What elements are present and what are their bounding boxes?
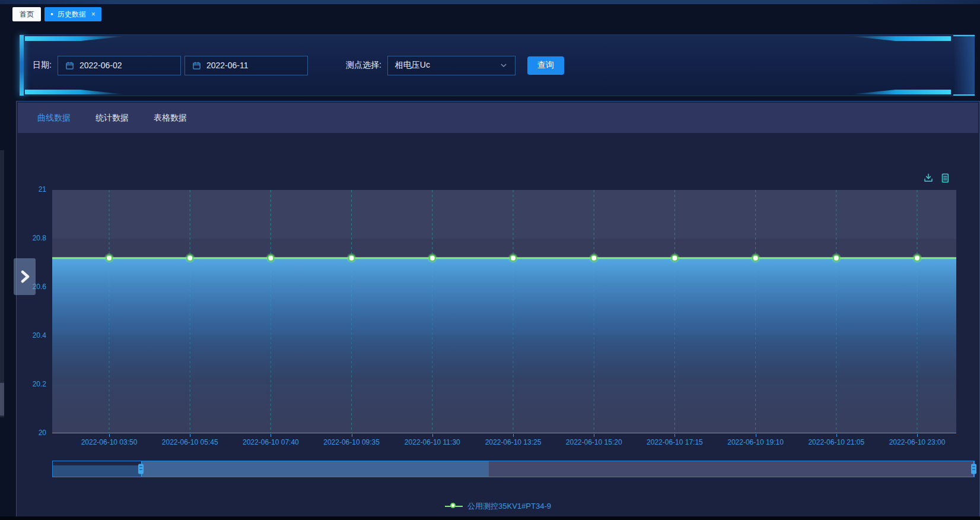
drawer-toggle[interactable] bbox=[14, 258, 36, 295]
y-axis-label: 20.2 bbox=[18, 380, 46, 388]
close-icon[interactable]: × bbox=[91, 10, 96, 18]
query-button[interactable]: 查询 bbox=[527, 56, 564, 75]
tab-stats-data[interactable]: 统计数据 bbox=[96, 113, 129, 123]
legend-dot bbox=[450, 503, 456, 508]
chart-toolbox bbox=[923, 173, 950, 183]
y-axis-label: 21 bbox=[18, 185, 46, 194]
screen: 首页 ● 历史数据 × 日期: 2022-06-02 bbox=[0, 0, 980, 520]
x-axis-label: 2022-06-10 11:30 bbox=[405, 438, 460, 446]
datazoom-left-region bbox=[53, 461, 141, 477]
tab-home[interactable]: 首页 bbox=[12, 7, 41, 21]
datazoom-right-handle[interactable] bbox=[971, 464, 976, 474]
chart-canvas bbox=[52, 190, 956, 433]
datazoom-right-region bbox=[489, 461, 974, 477]
point-select[interactable]: 相电压Uc bbox=[387, 56, 516, 75]
content-tab-row: 曲线数据 统计数据 表格数据 bbox=[18, 103, 978, 133]
filter-form: 日期: 2022-06-02 2022-06-11 bbox=[20, 35, 975, 96]
data-point bbox=[187, 255, 193, 261]
y-axis-label: 20 bbox=[18, 429, 46, 437]
download-icon[interactable] bbox=[923, 173, 934, 183]
filter-panel: 日期: 2022-06-02 2022-06-11 bbox=[20, 34, 975, 96]
series-area bbox=[52, 258, 956, 433]
date-end-value: 2022-06-11 bbox=[206, 61, 249, 70]
x-axis-label: 2022-06-10 05:45 bbox=[162, 438, 218, 446]
x-axis-tick bbox=[674, 434, 675, 437]
x-axis-tick bbox=[594, 434, 594, 437]
chevron-down-icon bbox=[499, 62, 508, 69]
date-end-input[interactable]: 2022-06-11 bbox=[184, 56, 308, 75]
data-point bbox=[349, 255, 355, 261]
date-start-input[interactable]: 2022-06-02 bbox=[58, 56, 181, 75]
chart-legend[interactable]: 公用测控35KV1#PT34-9 bbox=[17, 501, 979, 512]
legend-label: 公用测控35KV1#PT34-9 bbox=[467, 501, 551, 512]
legend-line-marker bbox=[445, 503, 463, 510]
bottom-strip bbox=[0, 516, 980, 520]
point-select-label: 测点选择: bbox=[346, 60, 381, 71]
x-axis-label: 2022-06-10 13:25 bbox=[485, 438, 542, 446]
x-axis-tick bbox=[756, 434, 756, 437]
x-axis-label: 2022-06-10 03:50 bbox=[81, 438, 138, 446]
chevron-right-icon bbox=[19, 269, 31, 284]
data-view-icon[interactable] bbox=[940, 173, 950, 183]
x-axis-tick bbox=[271, 434, 271, 437]
date-start-value: 2022-06-02 bbox=[79, 61, 122, 70]
tab-history-label: 历史数据 bbox=[58, 9, 86, 20]
active-dot-icon: ● bbox=[50, 12, 53, 17]
x-axis-label: 2022-06-10 17:15 bbox=[647, 438, 703, 446]
date-label: 日期: bbox=[33, 60, 52, 71]
x-axis-tick bbox=[109, 434, 110, 437]
data-point bbox=[510, 255, 516, 261]
point-select-value: 相电压Uc bbox=[395, 60, 430, 71]
data-point bbox=[753, 255, 759, 261]
tab-history-data[interactable]: ● 历史数据 × bbox=[44, 7, 101, 21]
x-axis-label: 2022-06-10 23:00 bbox=[889, 438, 946, 446]
chart-wrapper: 2020.220.420.620.8212022-06-10 03:502022… bbox=[17, 133, 979, 518]
tab-table-data[interactable]: 表格数据 bbox=[154, 113, 187, 123]
left-edge-strip bbox=[0, 150, 4, 417]
x-axis-label: 2022-06-10 07:40 bbox=[243, 438, 299, 446]
top-strip bbox=[0, 0, 980, 4]
data-point bbox=[106, 255, 112, 261]
data-point bbox=[591, 255, 597, 261]
data-point bbox=[914, 255, 920, 261]
x-axis-label: 2022-06-10 21:05 bbox=[808, 438, 864, 446]
x-axis-tick bbox=[190, 434, 190, 437]
y-axis-label: 20.8 bbox=[18, 234, 46, 242]
x-axis-label: 2022-06-10 09:35 bbox=[323, 438, 380, 446]
x-axis-tick bbox=[917, 434, 918, 437]
x-axis-label: 2022-06-10 15:20 bbox=[566, 438, 622, 446]
data-point bbox=[268, 255, 273, 261]
datazoom-slider[interactable] bbox=[52, 461, 975, 477]
x-axis-tick bbox=[836, 434, 837, 437]
y-axis-label: 20.4 bbox=[18, 331, 46, 340]
tab-curve-data[interactable]: 曲线数据 bbox=[37, 113, 71, 123]
data-point bbox=[833, 255, 839, 261]
x-axis-tick bbox=[432, 434, 433, 437]
left-edge-scroll-thumb[interactable] bbox=[0, 383, 4, 416]
x-axis-tick bbox=[352, 434, 352, 437]
data-point bbox=[429, 255, 435, 261]
calendar-icon bbox=[192, 61, 201, 70]
x-axis-label: 2022-06-10 19:10 bbox=[727, 438, 784, 446]
x-axis-tick bbox=[513, 434, 514, 437]
top-tab-bar: 首页 ● 历史数据 × bbox=[12, 7, 101, 21]
datazoom-selected-region[interactable] bbox=[141, 461, 489, 477]
data-point bbox=[672, 255, 677, 261]
main-panel: 曲线数据 统计数据 表格数据 2020.220.42 bbox=[16, 101, 980, 518]
plot-area: 2020.220.420.620.8212022-06-10 03:502022… bbox=[52, 190, 956, 433]
datazoom-left-handle[interactable] bbox=[138, 464, 144, 474]
calendar-icon bbox=[65, 61, 74, 70]
